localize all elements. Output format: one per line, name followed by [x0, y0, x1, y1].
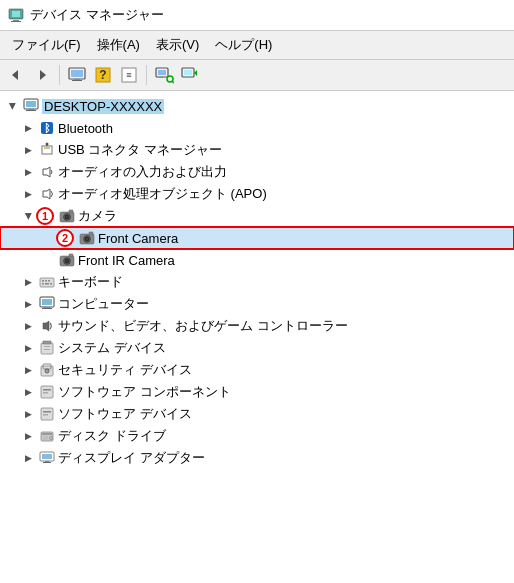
security-icon	[39, 362, 55, 378]
disk-label: ディスク ドライブ	[58, 427, 166, 445]
svg-rect-69	[43, 389, 51, 391]
svg-text:ᛒ: ᛒ	[44, 122, 51, 134]
back-button[interactable]	[4, 63, 28, 87]
front-camera-label: Front Camera	[98, 231, 178, 246]
tree-item-audio-io[interactable]: オーディオの入力および出力	[0, 161, 514, 183]
security-expander[interactable]	[20, 362, 36, 378]
svg-rect-49	[42, 280, 44, 282]
svg-rect-1	[12, 11, 20, 17]
tree-item-software-device[interactable]: ソフトウェア デバイス	[0, 403, 514, 425]
usb-label: USB コネクタ マネージャー	[58, 141, 222, 159]
camera-label: カメラ	[78, 207, 117, 225]
toolbar: ? ≡	[0, 60, 514, 91]
toolbar-separator-2	[146, 65, 147, 85]
svg-rect-20	[184, 70, 192, 75]
svg-rect-57	[44, 307, 50, 308]
svg-point-36	[66, 216, 68, 218]
bluetooth-icon: ᛒ	[39, 120, 55, 136]
properties-button[interactable]: ≡	[117, 63, 141, 87]
tree-item-sound[interactable]: サウンド、ビデオ、およびゲーム コントローラー	[0, 315, 514, 337]
tree-item-disk[interactable]: ディスク ドライブ	[0, 425, 514, 447]
tree-item-software-component[interactable]: ソフトウェア コンポーネント	[0, 381, 514, 403]
usb-icon	[39, 142, 55, 158]
svg-rect-60	[41, 343, 53, 354]
display-expander[interactable]	[20, 450, 36, 466]
software-component-label: ソフトウェア コンポーネント	[58, 383, 231, 401]
svg-rect-54	[50, 283, 52, 285]
badge-2: 2	[56, 229, 74, 247]
tree-item-camera[interactable]: 1 カメラ	[0, 205, 514, 227]
tree-item-keyboard[interactable]: キーボード	[0, 271, 514, 293]
tree-item-display[interactable]: ディスプレイ アダプター	[0, 447, 514, 469]
svg-rect-80	[42, 454, 52, 459]
svg-point-46	[66, 260, 68, 262]
disk-icon	[39, 428, 55, 444]
software-device-label: ソフトウェア デバイス	[58, 405, 192, 423]
device-tree: DESKTOP-XXXXXX ᛒ Bluetooth USB コネクタ マネージ…	[0, 91, 514, 583]
svg-rect-48	[40, 278, 54, 287]
app-icon	[8, 7, 24, 23]
svg-rect-62	[44, 346, 50, 347]
root-label: DESKTOP-XXXXXX	[42, 99, 164, 114]
tree-item-system[interactable]: システム デバイス	[0, 337, 514, 359]
tree-item-security[interactable]: セキュリティ デバイス	[0, 359, 514, 381]
tree-item-bluetooth[interactable]: ᛒ Bluetooth	[0, 117, 514, 139]
menu-action[interactable]: 操作(A)	[89, 33, 148, 57]
menu-view[interactable]: 表示(V)	[148, 33, 207, 57]
window-title: デバイス マネージャー	[30, 6, 164, 24]
tree-root[interactable]: DESKTOP-XXXXXX	[0, 95, 514, 117]
svg-text:≡: ≡	[126, 70, 131, 80]
disk-expander[interactable]	[20, 428, 36, 444]
audio-apo-icon	[39, 186, 55, 202]
help-button[interactable]: ?	[91, 63, 115, 87]
computer-button[interactable]	[65, 63, 89, 87]
bluetooth-expander[interactable]	[20, 120, 36, 136]
forward-button[interactable]	[30, 63, 54, 87]
tree-item-computer[interactable]: コンピューター	[0, 293, 514, 315]
badge-1: 1	[36, 207, 54, 225]
svg-rect-16	[159, 77, 163, 78]
sound-expander[interactable]	[20, 318, 36, 334]
menu-file[interactable]: ファイル(F)	[4, 33, 89, 57]
tree-item-front-camera[interactable]: 2 Front Camera	[0, 227, 514, 249]
svg-rect-3	[11, 21, 21, 22]
svg-rect-72	[43, 411, 51, 413]
front-ir-camera-label: Front IR Camera	[78, 253, 175, 268]
svg-point-29	[46, 143, 49, 146]
system-expander[interactable]	[20, 340, 36, 356]
svg-marker-31	[43, 167, 50, 177]
svg-marker-59	[43, 321, 49, 331]
computer-icon2	[39, 296, 55, 312]
scan-button[interactable]	[152, 63, 176, 87]
svg-rect-42	[89, 232, 93, 235]
software-component-expander[interactable]	[20, 384, 36, 400]
sound-icon	[39, 318, 55, 334]
update-button[interactable]	[178, 63, 202, 87]
audio-io-expander[interactable]	[20, 164, 36, 180]
software-device-expander[interactable]	[20, 406, 36, 422]
keyboard-label: キーボード	[58, 273, 123, 291]
svg-rect-22	[26, 101, 36, 107]
svg-rect-9	[72, 80, 82, 81]
root-expander[interactable]	[4, 98, 20, 114]
tree-item-front-ir-camera[interactable]: Front IR Camera	[0, 249, 514, 271]
svg-rect-73	[43, 414, 48, 416]
system-label: システム デバイス	[58, 339, 166, 357]
tree-item-usb[interactable]: USB コネクタ マネージャー	[0, 139, 514, 161]
keyboard-expander[interactable]	[20, 274, 36, 290]
menu-help[interactable]: ヘルプ(H)	[207, 33, 280, 57]
tree-item-audio-apo[interactable]: オーディオ処理オブジェクト (APO)	[0, 183, 514, 205]
svg-rect-70	[43, 392, 48, 394]
camera-icon	[59, 208, 75, 224]
svg-marker-4	[12, 70, 18, 80]
camera-expander[interactable]	[20, 208, 36, 224]
computer-expander[interactable]	[20, 296, 36, 312]
audio-apo-expander[interactable]	[20, 186, 36, 202]
svg-rect-50	[45, 280, 47, 282]
svg-rect-37	[69, 210, 73, 213]
audio-io-icon	[39, 164, 55, 180]
svg-rect-24	[26, 110, 36, 111]
svg-rect-75	[42, 433, 52, 435]
usb-expander[interactable]	[20, 142, 36, 158]
title-bar: デバイス マネージャー	[0, 0, 514, 31]
